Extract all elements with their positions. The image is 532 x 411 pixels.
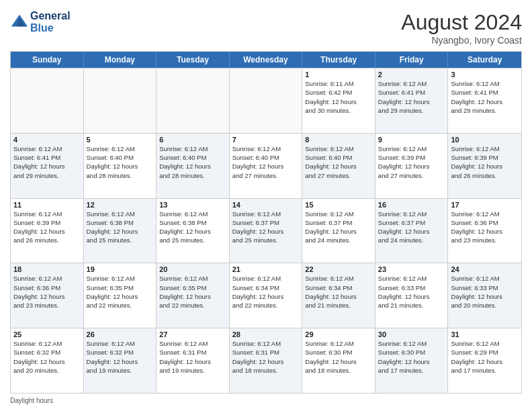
calendar-cell-19: 19Sunrise: 6:12 AM Sunset: 6:35 PM Dayli… xyxy=(84,263,157,328)
day-info: Sunrise: 6:12 AM Sunset: 6:36 PM Dayligh… xyxy=(13,274,81,310)
calendar-cell-4: 4Sunrise: 6:12 AM Sunset: 6:41 PM Daylig… xyxy=(11,134,84,198)
calendar-cell-24: 24Sunrise: 6:12 AM Sunset: 6:33 PM Dayli… xyxy=(448,263,521,328)
calendar-cell-12: 12Sunrise: 6:12 AM Sunset: 6:38 PM Dayli… xyxy=(84,199,157,263)
day-info: Sunrise: 6:12 AM Sunset: 6:29 PM Dayligh… xyxy=(451,339,519,375)
day-number: 15 xyxy=(305,201,372,209)
day-info: Sunrise: 6:12 AM Sunset: 6:40 PM Dayligh… xyxy=(305,144,372,180)
calendar-cell-22: 22Sunrise: 6:12 AM Sunset: 6:34 PM Dayli… xyxy=(302,263,375,328)
day-info: Sunrise: 6:12 AM Sunset: 6:37 PM Dayligh… xyxy=(305,210,372,245)
day-info: Sunrise: 6:12 AM Sunset: 6:37 PM Dayligh… xyxy=(378,210,445,245)
day-info: Sunrise: 6:12 AM Sunset: 6:35 PM Dayligh… xyxy=(159,274,226,310)
calendar-cell-29: 29Sunrise: 6:12 AM Sunset: 6:30 PM Dayli… xyxy=(302,328,375,393)
day-number: 19 xyxy=(87,265,154,273)
calendar-cell-28: 28Sunrise: 6:12 AM Sunset: 6:31 PM Dayli… xyxy=(230,328,303,393)
day-number: 28 xyxy=(232,330,300,338)
header-day-saturday: Saturday xyxy=(448,52,521,68)
day-info: Sunrise: 6:12 AM Sunset: 6:31 PM Dayligh… xyxy=(159,339,226,375)
day-number: 1 xyxy=(305,71,372,79)
calendar-week-2: 4Sunrise: 6:12 AM Sunset: 6:41 PM Daylig… xyxy=(11,133,521,198)
day-number: 20 xyxy=(159,265,226,273)
day-number: 27 xyxy=(159,330,226,338)
day-info: Sunrise: 6:12 AM Sunset: 6:39 PM Dayligh… xyxy=(13,210,81,245)
day-info: Sunrise: 6:11 AM Sunset: 6:42 PM Dayligh… xyxy=(305,79,372,115)
day-number: 24 xyxy=(451,265,519,273)
calendar-cell-10: 10Sunrise: 6:12 AM Sunset: 6:39 PM Dayli… xyxy=(448,134,521,198)
calendar-header: SundayMondayTuesdayWednesdayThursdayFrid… xyxy=(11,52,521,68)
calendar-cell-18: 18Sunrise: 6:12 AM Sunset: 6:36 PM Dayli… xyxy=(11,263,84,328)
calendar-cell-5: 5Sunrise: 6:12 AM Sunset: 6:40 PM Daylig… xyxy=(84,134,157,198)
day-info: Sunrise: 6:12 AM Sunset: 6:33 PM Dayligh… xyxy=(378,274,445,310)
day-number: 5 xyxy=(87,136,154,144)
calendar-week-4: 18Sunrise: 6:12 AM Sunset: 6:36 PM Dayli… xyxy=(11,263,521,328)
subtitle: Nyangbo, Ivory Coast xyxy=(401,35,522,46)
header-day-tuesday: Tuesday xyxy=(157,52,230,68)
day-info: Sunrise: 6:12 AM Sunset: 6:39 PM Dayligh… xyxy=(378,144,445,180)
day-number: 30 xyxy=(378,330,445,338)
calendar-cell-empty-1 xyxy=(84,68,157,133)
calendar-cell-8: 8Sunrise: 6:12 AM Sunset: 6:40 PM Daylig… xyxy=(302,134,375,198)
day-number: 26 xyxy=(87,330,154,338)
day-info: Sunrise: 6:12 AM Sunset: 6:38 PM Dayligh… xyxy=(159,210,226,245)
calendar-cell-27: 27Sunrise: 6:12 AM Sunset: 6:31 PM Dayli… xyxy=(157,328,230,393)
footer-note: Daylight hours xyxy=(10,397,522,404)
calendar-cell-3: 3Sunrise: 6:12 AM Sunset: 6:41 PM Daylig… xyxy=(448,68,521,133)
day-info: Sunrise: 6:12 AM Sunset: 6:36 PM Dayligh… xyxy=(451,210,519,245)
day-number: 21 xyxy=(232,265,300,273)
calendar-cell-21: 21Sunrise: 6:12 AM Sunset: 6:34 PM Dayli… xyxy=(230,263,303,328)
header-day-monday: Monday xyxy=(84,52,157,68)
day-number: 6 xyxy=(159,136,226,144)
calendar-body: 1Sunrise: 6:11 AM Sunset: 6:42 PM Daylig… xyxy=(11,68,521,393)
main-title: August 2024 xyxy=(401,10,522,35)
calendar-cell-15: 15Sunrise: 6:12 AM Sunset: 6:37 PM Dayli… xyxy=(302,199,375,263)
calendar-cell-30: 30Sunrise: 6:12 AM Sunset: 6:30 PM Dayli… xyxy=(375,328,449,393)
day-info: Sunrise: 6:12 AM Sunset: 6:40 PM Dayligh… xyxy=(87,144,154,180)
day-number: 18 xyxy=(13,265,81,273)
calendar-cell-empty-3 xyxy=(230,68,303,133)
day-number: 22 xyxy=(305,265,372,273)
day-number: 31 xyxy=(451,330,519,338)
day-info: Sunrise: 6:12 AM Sunset: 6:35 PM Dayligh… xyxy=(87,274,154,310)
day-number: 29 xyxy=(305,330,372,338)
calendar-cell-25: 25Sunrise: 6:12 AM Sunset: 6:32 PM Dayli… xyxy=(11,328,84,393)
day-number: 3 xyxy=(451,71,519,79)
day-info: Sunrise: 6:12 AM Sunset: 6:34 PM Dayligh… xyxy=(232,274,300,310)
day-number: 12 xyxy=(87,201,154,209)
calendar-cell-empty-0 xyxy=(11,68,84,133)
header-day-wednesday: Wednesday xyxy=(230,52,303,68)
logo-icon xyxy=(10,13,29,32)
calendar-week-3: 11Sunrise: 6:12 AM Sunset: 6:39 PM Dayli… xyxy=(11,198,521,263)
day-number: 23 xyxy=(378,265,445,273)
calendar-cell-31: 31Sunrise: 6:12 AM Sunset: 6:29 PM Dayli… xyxy=(448,328,521,393)
calendar-week-1: 1Sunrise: 6:11 AM Sunset: 6:42 PM Daylig… xyxy=(11,68,521,133)
calendar-cell-6: 6Sunrise: 6:12 AM Sunset: 6:40 PM Daylig… xyxy=(157,134,230,198)
day-info: Sunrise: 6:12 AM Sunset: 6:39 PM Dayligh… xyxy=(451,144,519,180)
day-number: 16 xyxy=(378,201,445,209)
header: General Blue August 2024 Nyangbo, Ivory … xyxy=(10,10,522,46)
calendar-cell-14: 14Sunrise: 6:12 AM Sunset: 6:37 PM Dayli… xyxy=(230,199,303,263)
calendar-cell-1: 1Sunrise: 6:11 AM Sunset: 6:42 PM Daylig… xyxy=(302,68,375,133)
day-info: Sunrise: 6:12 AM Sunset: 6:32 PM Dayligh… xyxy=(13,339,81,375)
calendar-week-5: 25Sunrise: 6:12 AM Sunset: 6:32 PM Dayli… xyxy=(11,328,521,393)
day-number: 10 xyxy=(451,136,519,144)
day-info: Sunrise: 6:12 AM Sunset: 6:41 PM Dayligh… xyxy=(451,79,519,115)
day-info: Sunrise: 6:12 AM Sunset: 6:40 PM Dayligh… xyxy=(159,144,226,180)
day-number: 4 xyxy=(13,136,81,144)
header-day-friday: Friday xyxy=(375,52,449,68)
day-number: 8 xyxy=(305,136,372,144)
day-number: 13 xyxy=(159,201,226,209)
day-info: Sunrise: 6:12 AM Sunset: 6:37 PM Dayligh… xyxy=(232,210,300,245)
calendar-cell-17: 17Sunrise: 6:12 AM Sunset: 6:36 PM Dayli… xyxy=(448,199,521,263)
day-number: 11 xyxy=(13,201,81,209)
day-info: Sunrise: 6:12 AM Sunset: 6:32 PM Dayligh… xyxy=(87,339,154,375)
calendar-cell-23: 23Sunrise: 6:12 AM Sunset: 6:33 PM Dayli… xyxy=(375,263,449,328)
calendar-cell-20: 20Sunrise: 6:12 AM Sunset: 6:35 PM Dayli… xyxy=(157,263,230,328)
day-info: Sunrise: 6:12 AM Sunset: 6:34 PM Dayligh… xyxy=(305,274,372,310)
calendar-cell-26: 26Sunrise: 6:12 AM Sunset: 6:32 PM Dayli… xyxy=(84,328,157,393)
calendar: SundayMondayTuesdayWednesdayThursdayFrid… xyxy=(10,51,522,394)
calendar-cell-2: 2Sunrise: 6:12 AM Sunset: 6:41 PM Daylig… xyxy=(375,68,449,133)
logo-text: General Blue xyxy=(30,10,71,34)
day-number: 14 xyxy=(232,201,300,209)
title-block: August 2024 Nyangbo, Ivory Coast xyxy=(401,10,522,46)
day-info: Sunrise: 6:12 AM Sunset: 6:40 PM Dayligh… xyxy=(232,144,300,180)
calendar-cell-9: 9Sunrise: 6:12 AM Sunset: 6:39 PM Daylig… xyxy=(375,134,449,198)
